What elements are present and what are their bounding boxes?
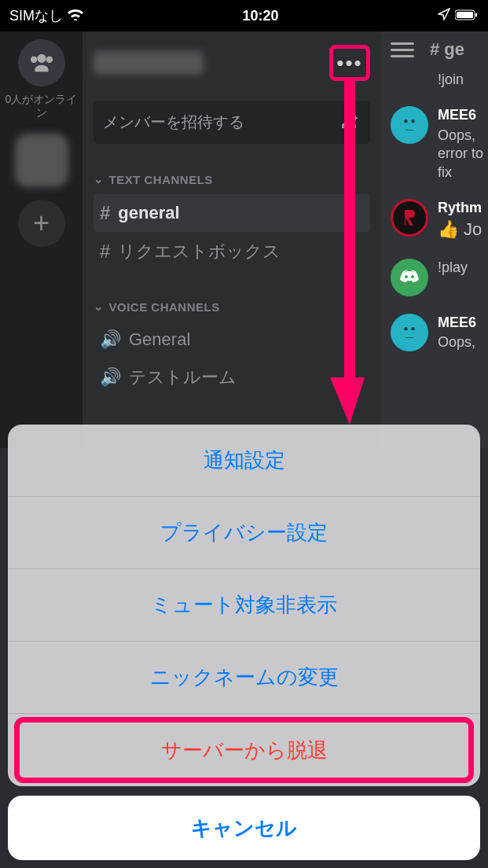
sheet-hide-muted[interactable]: ミュート対象非表示 bbox=[8, 569, 480, 642]
avatar[interactable]: ● ●— bbox=[391, 106, 428, 144]
hash-icon: # bbox=[100, 202, 110, 224]
hamburger-icon[interactable] bbox=[391, 42, 414, 57]
message: ● ●— MEE6 Oops, bbox=[391, 314, 488, 352]
channel-general[interactable]: # general bbox=[94, 194, 370, 232]
wifi-icon bbox=[68, 8, 83, 24]
message-user: MEE6 bbox=[438, 106, 488, 124]
speaker-icon: 🔊 bbox=[100, 329, 121, 350]
chat-peek: # ge !join ● ●— MEE6 Oops, error to fix … bbox=[381, 31, 488, 448]
server-name[interactable] bbox=[94, 51, 204, 75]
clock: 10:20 bbox=[83, 8, 438, 24]
avatar[interactable] bbox=[391, 199, 428, 237]
sheet-leave-server[interactable]: サーバーから脱退 bbox=[8, 714, 480, 786]
avatar[interactable] bbox=[391, 259, 428, 296]
voice-test-room[interactable]: 🔊 テストルーム bbox=[94, 358, 370, 397]
server-rail: 0人がオンライン + bbox=[0, 31, 83, 448]
voice-channels-header[interactable]: ⌄ VOICE CHANNELS bbox=[94, 300, 370, 314]
message: !play bbox=[391, 259, 488, 296]
message-user: Rythm bbox=[438, 199, 482, 217]
text-channels-header[interactable]: ⌄ TEXT CHANNELS bbox=[94, 172, 370, 186]
channel-request-box[interactable]: # リクエストボックス bbox=[94, 232, 370, 271]
message: ● ●— MEE6 Oops, error to fix bbox=[391, 106, 488, 182]
message: !join bbox=[391, 71, 488, 89]
sheet-change-nickname[interactable]: ニックネームの変更 bbox=[8, 642, 480, 714]
online-count: 0人がオンライン bbox=[0, 93, 83, 120]
location-icon bbox=[438, 8, 450, 24]
avatar[interactable]: ● ●— bbox=[391, 314, 428, 351]
sheet-privacy-settings[interactable]: プライバシー設定 bbox=[8, 497, 480, 569]
action-sheet: 通知設定 プライバシー設定 ミュート対象非表示 ニックネームの変更 サーバーから… bbox=[8, 425, 480, 860]
carrier-label: SIMなし bbox=[9, 6, 63, 25]
hash-icon: # bbox=[100, 241, 110, 263]
status-bar: SIMなし 10:20 bbox=[0, 0, 488, 31]
voice-general[interactable]: 🔊 General bbox=[94, 322, 370, 358]
channel-title: # ge bbox=[430, 39, 464, 60]
friends-button[interactable] bbox=[18, 39, 65, 86]
speaker-icon: 🔊 bbox=[100, 367, 121, 388]
add-server-button[interactable]: + bbox=[18, 200, 65, 247]
invite-label: メンバーを招待する bbox=[103, 112, 244, 133]
battery-icon bbox=[455, 8, 479, 24]
message-user: MEE6 bbox=[438, 314, 476, 332]
svg-rect-1 bbox=[457, 12, 473, 18]
message: Rythm 👍 Jo bbox=[391, 199, 488, 241]
invite-members-button[interactable]: メンバーを招待する bbox=[94, 101, 370, 144]
annotation-arrow bbox=[330, 79, 369, 425]
sheet-notification-settings[interactable]: 通知設定 bbox=[8, 425, 480, 497]
svg-rect-2 bbox=[475, 13, 477, 17]
more-options-button[interactable]: ••• bbox=[329, 45, 370, 81]
sheet-cancel-button[interactable]: キャンセル bbox=[8, 796, 480, 860]
server-icon[interactable] bbox=[15, 134, 68, 187]
